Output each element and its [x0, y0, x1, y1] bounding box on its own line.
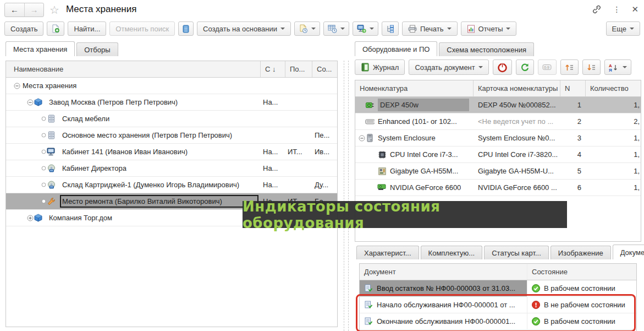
- journal-button[interactable]: Журнал: [355, 59, 405, 75]
- tree-label-wrap: Кабинет 141 (Иванов Иван Иванович): [47, 144, 258, 160]
- tree-row[interactable]: Завод Москва (Петров Петр Петрович)На...: [6, 94, 337, 111]
- tree-row[interactable]: Места хранения: [6, 78, 337, 94]
- forward-button[interactable]: →: [24, 3, 43, 17]
- equipment-qty-cell: 1,: [586, 130, 641, 146]
- tree-cell-t-c: На...: [261, 160, 285, 176]
- tree-label-wrap: Основное место хранения (Петров Петр Пет…: [47, 127, 258, 143]
- new-doc-icon: [51, 24, 60, 33]
- more-button[interactable]: Еще: [606, 21, 640, 36]
- toolbar-button-doc-clock[interactable]: [294, 21, 320, 36]
- column-header-t-po[interactable]: По...: [285, 61, 312, 77]
- column-header-d-doc[interactable]: Документ: [360, 264, 527, 280]
- storage-places-tree: НаименованиеС ↓По...Со...Места храненияЗ…: [5, 61, 338, 327]
- equipment-n-cell: 5: [560, 163, 586, 179]
- panel-splitter[interactable]: [344, 61, 344, 331]
- equipment-row[interactable]: DEXP 450wDEXP 450w №000852...11,: [355, 97, 641, 113]
- column-header-e-n[interactable]: N: [560, 80, 586, 96]
- tree-row-label: Завод Москва (Петров Петр Петрович): [47, 96, 258, 108]
- tree-cell-t-c: [261, 127, 285, 143]
- status-badge: В не рабочем состоянии: [532, 301, 625, 309]
- tree-row[interactable]: Склад Картриджей-1 (Думенко Игорь Владим…: [6, 177, 337, 193]
- tab-документы[interactable]: Документы: [613, 245, 644, 259]
- collapse-icon[interactable]: [14, 83, 20, 89]
- document-row[interactable]: Окончание обслуживания НФ00-000001...В р…: [360, 313, 636, 330]
- chevron-down-icon: [447, 28, 452, 30]
- equipment-row[interactable]: NVIDIA GeForce 6600NVIDIA GeForce 6600 .…: [355, 180, 641, 196]
- tab-схема-местоположения[interactable]: Схема местоположения: [439, 42, 534, 56]
- column-header-t-name[interactable]: Наименование: [6, 61, 261, 77]
- column-header-t-c[interactable]: С ↓: [261, 61, 285, 77]
- equipment-row[interactable]: Enhanced (101- or 102...<Не ведется учет…: [355, 113, 641, 130]
- toolbar-button-table-clock[interactable]: [323, 21, 349, 36]
- equipment-card-cell: NVIDIA GeForce 6600 ...: [474, 180, 560, 196]
- tab-комплектую-[interactable]: Комплектую...: [421, 246, 483, 259]
- document-row[interactable]: Ввод остатков № НФ00-000003 от 31.03...В…: [360, 280, 636, 297]
- toolbar-button-найти-[interactable]: Найти...: [68, 21, 106, 36]
- status-badge: В рабочем состоянии: [532, 284, 615, 292]
- kebab-menu-icon[interactable]: ⋮: [613, 4, 620, 15]
- column-header-e-name[interactable]: Номенклатура: [355, 80, 474, 96]
- expand-icon[interactable]: [27, 215, 34, 221]
- sort-az-button[interactable]: АЯ: [604, 59, 631, 75]
- chevron-down-icon: [506, 28, 510, 30]
- create-document-label: Создать документ: [415, 63, 475, 72]
- toolbar-button-печать[interactable]: Печать: [402, 21, 458, 36]
- tree-cell-t-so: [312, 160, 337, 176]
- disk-icon: [47, 181, 56, 189]
- tree-row[interactable]: Склад мебели: [6, 111, 337, 127]
- equipment-row[interactable]: Gigabyte GA-H55M...Gigabyte GA-H55M-U...…: [355, 163, 641, 180]
- equipment-name-cell: NVIDIA GeForce 6600: [355, 180, 474, 196]
- back-button[interactable]: ←: [5, 3, 24, 17]
- document-state-cell: В рабочем состоянии: [527, 280, 636, 296]
- status-ok-icon: [532, 284, 540, 292]
- tree-cell-t-po: [285, 160, 312, 176]
- favorite-star-icon[interactable]: ☆: [49, 3, 59, 17]
- equipment-row[interactable]: CPU Intel Core i7-3...CPU Intel Core i7-…: [355, 146, 641, 163]
- toolbar-button-отчеты[interactable]: Отчеты: [461, 21, 517, 36]
- equipment-row[interactable]: System EnclosureSystem Enclosure №0...31…: [355, 130, 641, 146]
- more-button-label: Еще: [612, 25, 626, 33]
- tab-места-хранения[interactable]: Места хранения: [5, 41, 75, 56]
- column-header-t-so[interactable]: Со...: [312, 61, 337, 77]
- toolbar-button-создать[interactable]: Создать: [4, 21, 43, 36]
- close-icon[interactable]: ✕: [631, 4, 639, 15]
- collapse-icon[interactable]: [27, 99, 34, 106]
- printer-icon: [408, 25, 417, 33]
- psu-icon: [365, 101, 375, 109]
- toolbar-button-tree-structure[interactable]: [382, 21, 399, 36]
- tree-row[interactable]: Кабинет ДиректораНа...: [6, 160, 337, 177]
- keyboard-icon: [365, 119, 375, 124]
- tree-row[interactable]: Кабинет 141 (Иванов Иван Иванович)На...И…: [6, 144, 337, 160]
- refresh-button[interactable]: [516, 59, 534, 75]
- toolbar-button-создать-на-основании[interactable]: Создать на основании: [197, 21, 291, 36]
- tab-статусы-карт-[interactable]: Статусы карт...: [484, 246, 549, 259]
- create-document-button[interactable]: Создать документ: [409, 59, 488, 75]
- tree-row[interactable]: Основное место хранения (Петров Петр Пет…: [6, 127, 337, 144]
- tab-оборудование-и-по[interactable]: Оборудование и ПО: [355, 41, 437, 56]
- tree-label-wrap: Места хранения: [20, 78, 258, 94]
- equipment-toolbar: ЖурналСоздать документ0-9АЯ: [355, 59, 631, 75]
- column-header-e-qty[interactable]: Количество: [586, 80, 641, 96]
- tab-изображение[interactable]: Изображение: [551, 246, 611, 259]
- toolbar-button-monitor-gear[interactable]: [353, 21, 378, 36]
- status-badge: В рабочем состоянии: [532, 317, 615, 325]
- toolbar-button-label: Печать: [420, 25, 444, 33]
- link-icon[interactable]: [592, 5, 602, 14]
- tree-row-label: Кабинет 141 (Иванов Иван Иванович): [60, 145, 258, 158]
- toolbar-button-new-doc[interactable]: [47, 21, 64, 36]
- panel-splitter-line: [348, 61, 349, 331]
- document-row[interactable]: Начало обслуживания НФ00-000001 от ...В …: [360, 297, 636, 313]
- titlebar: ← → ☆ Места хранения ⋮ ✕: [0, 0, 644, 20]
- toolbar-button-list-blue[interactable]: [178, 21, 194, 36]
- move-up-list-button[interactable]: [560, 59, 579, 75]
- collapse-icon[interactable]: [359, 135, 365, 142]
- column-header-e-card[interactable]: Карточка номенклатуры: [474, 80, 560, 96]
- tree-cell-t-po: [285, 94, 312, 110]
- move-down-list-button[interactable]: [582, 59, 601, 75]
- column-header-d-state[interactable]: Состояние: [527, 264, 636, 280]
- chevron-down-icon: [340, 28, 345, 30]
- power-alert-button[interactable]: [493, 59, 512, 75]
- equipment-n-cell: 6: [560, 180, 586, 196]
- tab-отборы[interactable]: Отборы: [76, 42, 118, 56]
- tab-характерист-[interactable]: Характерист...: [356, 246, 419, 259]
